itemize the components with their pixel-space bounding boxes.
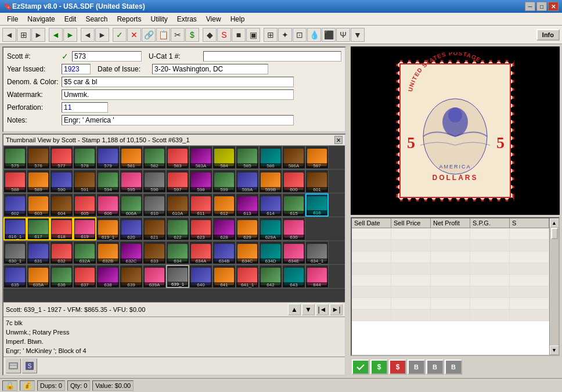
stamp-628[interactable]: 628	[212, 217, 236, 240]
stamp-597[interactable]: 597	[166, 170, 189, 193]
stamp-631[interactable]: 631	[27, 241, 50, 264]
stamp-584[interactable]: 584	[212, 146, 236, 169]
toolbar-link[interactable]: 🔗	[142, 28, 156, 42]
stamp-629A[interactable]: 629A	[259, 217, 282, 240]
stamp-612[interactable]: 612	[212, 193, 236, 217]
stamp-582[interactable]: 582	[143, 146, 166, 169]
stamp-632C[interactable]: 632C	[120, 241, 143, 264]
stamp-586A[interactable]: 586A	[282, 146, 305, 169]
toolbar-back[interactable]: ◄	[2, 28, 16, 42]
menu-reports[interactable]: Reports	[112, 13, 146, 25]
stamp-617[interactable]: 617	[27, 217, 50, 240]
stamp-581[interactable]: 581	[120, 146, 143, 169]
toolbar-grid[interactable]: ⊞	[17, 28, 31, 42]
stamp-578[interactable]: 578	[73, 146, 96, 169]
action-btn-1[interactable]	[6, 358, 21, 373]
stamp-634C[interactable]: 634C	[236, 241, 259, 264]
toolbar-forward[interactable]: ►	[31, 28, 45, 42]
toolbar-s1[interactable]: ◆	[203, 28, 217, 42]
stamp-634E[interactable]: 634E	[282, 241, 305, 264]
close-button[interactable]: ✕	[548, 2, 559, 11]
stamp-632B[interactable]: 632B	[96, 241, 120, 264]
sale-btn-b2[interactable]: B	[426, 359, 444, 375]
stamp-575[interactable]: 575	[3, 146, 27, 169]
perforation-input[interactable]	[62, 102, 108, 113]
stamp-606[interactable]: 606	[96, 193, 120, 217]
scroll-track[interactable]	[550, 228, 559, 346]
stamp-632[interactable]: 632	[50, 241, 73, 264]
watermark-input[interactable]	[62, 89, 294, 100]
sale-btn-b3[interactable]: B	[445, 359, 462, 375]
stamp-589[interactable]: 589	[27, 170, 50, 193]
toolbar-next-green[interactable]: ►	[63, 28, 77, 42]
nav-last[interactable]: ►|	[330, 304, 343, 315]
stamp-599[interactable]: 599	[212, 170, 236, 193]
sale-delete-btn[interactable]: $	[389, 359, 406, 375]
toolbar-b4[interactable]: 💧	[307, 28, 321, 42]
sale-btn-b1[interactable]: B	[408, 359, 425, 375]
stamp-643[interactable]: 643	[282, 265, 305, 288]
toolbar-edit2[interactable]: ✂	[171, 28, 185, 42]
stamp-635[interactable]: 635	[3, 265, 27, 288]
stamp-634[interactable]: 634	[166, 241, 189, 264]
toolbar-b3[interactable]: ⊡	[293, 28, 307, 42]
stamp-642[interactable]: 642	[259, 265, 282, 288]
stamp-633[interactable]: 633	[143, 241, 166, 264]
stamp-596[interactable]: 596	[143, 170, 166, 193]
stamp-587[interactable]: 587	[305, 146, 329, 169]
stamp-604[interactable]: 604	[50, 193, 73, 217]
stamp-598[interactable]: 598	[189, 170, 212, 193]
stamp-620[interactable]: 620	[120, 217, 143, 240]
toolbar-b5[interactable]: ⬛	[322, 28, 336, 42]
stamp-639A[interactable]: 639A	[143, 265, 166, 288]
stamp-583A[interactable]: 583A	[189, 146, 212, 169]
stamp-583[interactable]: 583	[166, 146, 189, 169]
stamp-594[interactable]: 594	[96, 170, 120, 193]
stamp-637[interactable]: 637	[73, 265, 96, 288]
sale-add-btn[interactable]: $	[370, 359, 388, 375]
stamp-595[interactable]: 595	[120, 170, 143, 193]
stamp-641_1[interactable]: 641_1	[236, 265, 259, 288]
stamp-579[interactable]: 579	[96, 146, 120, 169]
stamp-630_1[interactable]: 630_1	[3, 241, 27, 264]
toolbar-b6[interactable]: Ψ	[336, 28, 350, 42]
nav-up[interactable]: ▲	[288, 304, 301, 315]
scott-input[interactable]	[72, 51, 142, 62]
stamp-639_1-active[interactable]: 639_1	[166, 265, 189, 288]
stamp-611[interactable]: 611	[189, 193, 212, 217]
stamp-638[interactable]: 638	[96, 265, 120, 288]
notes-input[interactable]	[62, 115, 294, 125]
stamp-622[interactable]: 622	[166, 217, 189, 240]
stamp-616_1[interactable]: 616_1	[3, 217, 27, 240]
stamp-591[interactable]: 591	[73, 170, 96, 193]
scroll-up-btn[interactable]: ▲	[550, 218, 559, 228]
stamp-639[interactable]: 639	[120, 265, 143, 288]
thumbnail-close-button[interactable]: ✕	[334, 136, 343, 144]
stamp-629[interactable]: 629	[236, 217, 259, 240]
stamp-634D[interactable]: 634D	[259, 241, 282, 264]
nav-down[interactable]: ▼	[302, 304, 315, 315]
menu-search[interactable]: Search	[81, 13, 112, 25]
stamp-632A[interactable]: 632A	[73, 241, 96, 264]
stamp-605[interactable]: 605	[73, 193, 96, 217]
stamp-600[interactable]: 600	[282, 170, 305, 193]
minimize-button[interactable]: ─	[525, 2, 535, 11]
stamp-641[interactable]: 641	[212, 265, 236, 288]
stamp-623[interactable]: 623	[189, 217, 212, 240]
toolbar-s2[interactable]: S	[217, 28, 231, 42]
doi-input[interactable]	[152, 64, 268, 74]
menu-view[interactable]: View	[201, 13, 226, 25]
maximize-button[interactable]: □	[536, 2, 547, 11]
menu-navigate[interactable]: Navigate	[23, 13, 59, 25]
toolbar-prev-green[interactable]: ◄	[49, 28, 63, 42]
toolbar-b2[interactable]: ✦	[278, 28, 292, 42]
stamp-844[interactable]: 844	[305, 265, 329, 288]
menu-file[interactable]: File	[2, 13, 23, 25]
stamp-634B[interactable]: 634B	[212, 241, 236, 264]
stamp-640[interactable]: 640	[189, 265, 212, 288]
toolbar-cross-red[interactable]: ✕	[127, 28, 141, 42]
stamp-601[interactable]: 601	[305, 170, 329, 193]
toolbar-b1[interactable]: ⊞	[264, 28, 278, 42]
stamp-585[interactable]: 585	[236, 146, 259, 169]
action-btn-2[interactable]: S	[22, 358, 37, 373]
